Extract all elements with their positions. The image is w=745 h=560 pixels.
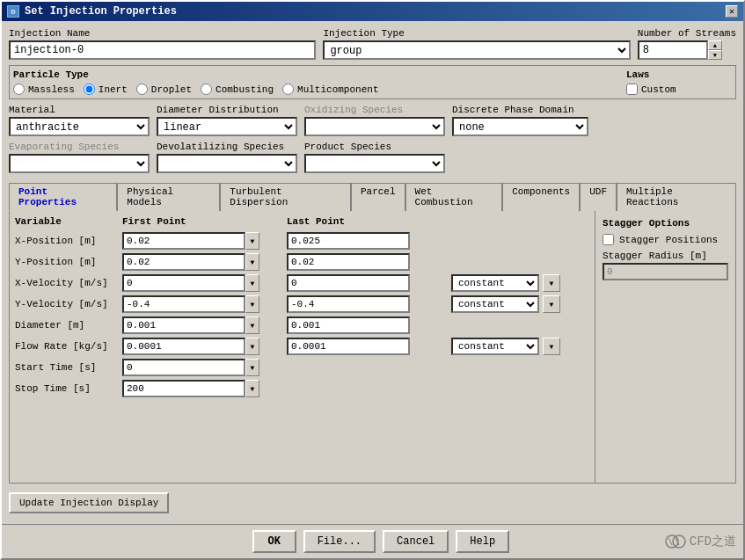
window-icon: ⚙ [7,5,19,18]
stagger-positions-checkbox[interactable] [603,234,614,245]
oxidizing-select[interactable] [304,117,445,136]
tab-parcel[interactable]: Parcel [351,183,405,211]
svg-point-0 [666,535,678,548]
ok-button[interactable]: OK [252,530,296,553]
cancel-button[interactable]: Cancel [383,530,449,553]
title-bar: ⚙ Set Injection Properties ✕ [2,2,743,21]
x-vel-first-arrow[interactable]: ▼ [245,274,259,292]
tab-point-properties[interactable]: Point Properties [9,183,117,211]
stagger-title: Stagger Options [603,218,728,229]
radio-inert[interactable]: Inert [84,84,128,95]
evap-group: Evaporating Species [9,142,150,173]
x-vel-dropdown[interactable]: constant [451,274,539,292]
y-pos-first[interactable] [122,253,245,271]
radio-multicomponent[interactable]: Multicomponent [282,84,378,95]
x-pos-last[interactable] [287,232,410,250]
material-group: Material anthracite coal-mv coal-hv [9,105,150,136]
devol-select[interactable] [157,154,297,173]
num-streams-group: Number of Streams ▲ ▼ [638,28,736,60]
oxidizing-group: Oxidizing Species [304,105,445,136]
table-header: Variable First Point Last Point [15,216,586,227]
footer: OK File... Cancel Help CFD之道 [2,524,743,558]
y-vel-last[interactable] [287,295,410,313]
tab-udf[interactable]: UDF [580,183,617,211]
x-vel-dropdown-arrow[interactable]: ▼ [543,274,560,292]
y-pos-first-arrow[interactable]: ▼ [245,253,259,271]
diameter-first[interactable] [122,316,245,334]
injection-name-input[interactable] [9,40,316,60]
custom-label: Custom [641,84,676,95]
y-vel-dropdown[interactable]: constant [451,295,539,313]
flow-rate-first[interactable] [122,338,245,355]
radio-massless[interactable]: Massless [13,84,75,95]
dphase-domain-select[interactable]: none [452,117,588,136]
x-vel-first[interactable] [122,274,245,292]
svg-point-1 [673,535,685,548]
diameter-dist-label: Diameter Distribution [157,105,297,115]
stagger-panel: Stagger Options Stagger Positions Stagge… [595,211,735,483]
custom-checkbox-label[interactable]: Custom [626,84,732,95]
radio-droplet[interactable]: Droplet [136,84,192,95]
col-last-point: Last Point [287,216,449,227]
stop-time-first[interactable] [122,380,245,397]
y-vel-first-arrow[interactable]: ▼ [245,295,259,313]
evap-select[interactable] [9,154,150,173]
y-vel-first[interactable] [122,295,245,313]
stop-time-arrow[interactable]: ▼ [245,380,259,397]
tab-multiple-reactions[interactable]: Multiple Reactions [617,183,736,211]
start-time-first[interactable] [122,359,245,376]
num-streams-down[interactable]: ▼ [708,50,722,60]
custom-checkbox[interactable] [626,84,638,95]
y-pos-last[interactable] [287,253,410,271]
window-title: Set Injection Properties [25,5,177,18]
diameter-dist-select[interactable]: linear uniform rosin-rammler [157,117,297,136]
species-row: Evaporating Species Devolatilizing Speci… [9,142,736,173]
table-row: X-Velocity [m/s] ▼ constant ▼ [15,274,586,292]
stagger-radius-label: Stagger Radius [m] [603,251,728,261]
start-time-arrow[interactable]: ▼ [245,359,259,376]
x-vel-last[interactable] [287,274,410,292]
material-row: Material anthracite coal-mv coal-hv Diam… [9,105,736,136]
diameter-first-arrow[interactable]: ▼ [245,316,259,334]
tab-physical-models[interactable]: Physical Models [117,183,220,211]
table-row: Y-Position [m] ▼ [15,253,586,271]
file-button[interactable]: File... [303,530,376,553]
x-pos-first[interactable] [122,232,245,250]
diameter-last[interactable] [287,316,410,334]
main-window: ⚙ Set Injection Properties ✕ Injection N… [0,0,745,560]
svg-line-2 [668,538,672,545]
flow-rate-dropdown[interactable]: constant [451,338,539,355]
product-group: Product Species [304,142,445,173]
flow-rate-first-arrow[interactable]: ▼ [245,338,259,355]
tab-content: Variable First Point Last Point X-Positi… [9,210,736,484]
tab-wet-combustion[interactable]: Wet Combustion [405,183,503,211]
oxidizing-label: Oxidizing Species [304,105,445,115]
product-select[interactable] [304,154,445,173]
radio-combusting[interactable]: Combusting [201,84,274,95]
x-pos-first-arrow[interactable]: ▼ [245,232,259,250]
material-label: Material [9,105,150,115]
y-vel-dropdown-arrow[interactable]: ▼ [543,295,560,313]
main-content: Injection Name Injection Type group sing… [2,21,743,524]
flow-rate-dropdown-arrow[interactable]: ▼ [543,338,560,355]
product-label: Product Species [304,142,445,152]
num-streams-input[interactable] [638,40,708,60]
cfd-logo-text: CFD之道 [690,534,736,549]
close-button[interactable]: ✕ [726,5,738,18]
stagger-positions-label[interactable]: Stagger Positions [603,234,728,245]
devol-group: Devolatilizing Species [157,142,297,173]
material-select[interactable]: anthracite coal-mv coal-hv [9,117,150,136]
tab-components[interactable]: Components [502,183,580,211]
help-button[interactable]: Help [456,530,509,553]
table-row: Start Time [s] ▼ [15,359,586,376]
num-streams-up[interactable]: ▲ [708,40,722,50]
table-row: Stop Time [s] ▼ [15,380,586,397]
cfd-logo-icon [665,533,686,550]
tab-turbulent-dispersion[interactable]: Turbulent Dispersion [220,183,351,211]
injection-type-select[interactable]: group single surface [323,40,630,60]
evap-label: Evaporating Species [9,142,150,152]
flow-rate-last[interactable] [287,338,410,355]
top-row: Injection Name Injection Type group sing… [9,28,736,60]
update-injection-button[interactable]: Update Injection Display [9,492,169,513]
injection-type-label: Injection Type [323,28,630,39]
